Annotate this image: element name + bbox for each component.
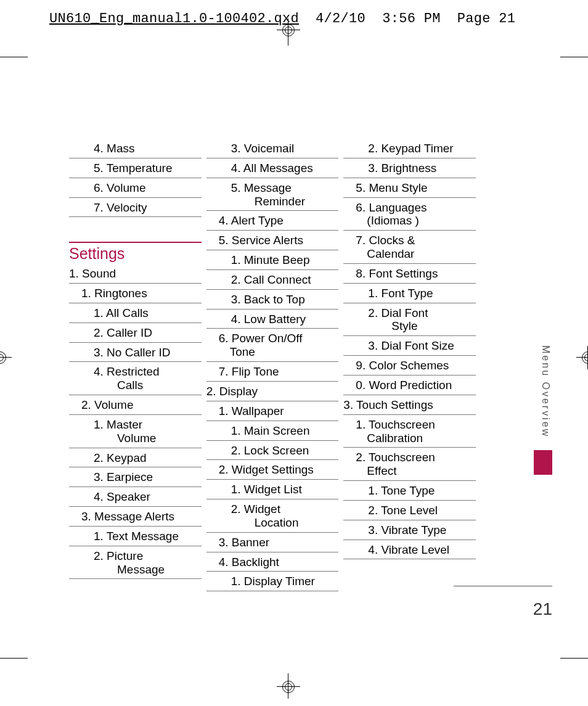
slug-time: 3:56 PM xyxy=(382,11,441,27)
menu-item: 1. MasterVolume xyxy=(69,415,202,448)
menu-item: 4. All Messages xyxy=(206,158,339,178)
registration-mark-icon xyxy=(277,18,300,42)
menu-item: 6. Power On/OffTone xyxy=(206,329,339,362)
menu-item: 4. Low Battery xyxy=(206,310,339,329)
slug-date: 4/2/10 xyxy=(316,11,365,27)
menu-item: 2. PictureMessage xyxy=(69,546,202,580)
menu-item: 2. Display xyxy=(206,382,339,401)
footer-rule xyxy=(454,586,552,586)
menu-item: 2. Volume xyxy=(69,395,202,415)
menu-item: 2. Keypad xyxy=(69,448,202,468)
menu-overview-columns: 4. Mass5. Temperature6. Volume7. Velocit… xyxy=(69,139,476,598)
menu-item: 6. Volume xyxy=(69,178,202,198)
section-side-label: Menu Overview xyxy=(540,345,551,438)
menu-item: 3. Brightness xyxy=(343,158,476,178)
menu-item: 3. Earpiece xyxy=(69,467,202,487)
slug-page-number: 21 xyxy=(499,11,515,27)
menu-item: 1. Widget List xyxy=(206,480,339,499)
menu-item: 3. Back to Top xyxy=(206,290,339,310)
slug-page-word: Page xyxy=(457,11,491,27)
crop-mark xyxy=(0,658,28,659)
menu-item: 5. Service Alerts xyxy=(206,231,339,250)
menu-item: 1. Sound xyxy=(69,264,202,284)
menu-item: 2. Call Connect xyxy=(206,270,339,290)
crop-mark xyxy=(560,658,588,659)
menu-item: 4. Mass xyxy=(69,139,202,158)
menu-item: 9. Color Schemes xyxy=(343,356,476,376)
menu-item: 5. MessageReminder xyxy=(206,178,339,211)
page-number: 21 xyxy=(533,599,552,619)
registration-mark-icon xyxy=(0,346,12,369)
menu-item: 1. All Calls xyxy=(69,303,202,323)
menu-item: 7. Velocity xyxy=(69,198,202,218)
menu-item: 1. Display Timer xyxy=(206,572,339,591)
menu-item: 5. Menu Style xyxy=(343,178,476,198)
section-tab-icon xyxy=(534,450,552,475)
menu-item: 1. Ringtones xyxy=(69,284,202,303)
menu-item: 4. Speaker xyxy=(69,487,202,507)
menu-item: 2. WidgetLocation xyxy=(206,499,339,533)
menu-item: 4. Backlight xyxy=(206,552,339,572)
menu-item: 4. RestrictedCalls xyxy=(69,362,202,395)
menu-item: 1. Tone Type xyxy=(343,481,476,501)
menu-item: 3. Touch Settings xyxy=(343,395,476,415)
menu-item: 2. Caller ID xyxy=(69,323,202,343)
menu-item: 2. Lock Screen xyxy=(206,441,339,461)
menu-item: 4. Vibrate Level xyxy=(343,540,476,560)
menu-item: 0. Word Prediction xyxy=(343,376,476,395)
menu-item: 2. Widget Settings xyxy=(206,460,339,480)
menu-item: 1. Font Type xyxy=(343,284,476,303)
menu-item: 2. Dial FontStyle xyxy=(343,303,476,337)
menu-item: 2. TouchscreenEffect xyxy=(343,448,476,481)
registration-mark-icon xyxy=(277,675,300,699)
menu-item: 2. Tone Level xyxy=(343,501,476,520)
menu-item: 1. Text Message xyxy=(69,527,202,546)
slug-filename: UN610_Eng_manual1.0-100402.qxd xyxy=(49,11,299,27)
menu-item: 1. Minute Beep xyxy=(206,250,339,270)
menu-item: 1. Wallpaper xyxy=(206,401,339,421)
menu-item: 1. TouchscreenCalibration xyxy=(343,415,476,448)
menu-item: 4. Alert Type xyxy=(206,211,339,231)
menu-item: 3. No Caller ID xyxy=(69,343,202,363)
menu-item: 3. Vibrate Type xyxy=(343,520,476,540)
menu-item: 3. Voicemail xyxy=(206,139,339,158)
menu-item: 2. Keypad Timer xyxy=(343,139,476,158)
menu-item: 7. Clocks &Calendar xyxy=(343,231,476,264)
menu-item: 6. Languages(Idiomas ) xyxy=(343,198,476,231)
menu-item: 1. Main Screen xyxy=(206,421,339,441)
registration-mark-icon xyxy=(576,346,588,369)
menu-item: 7. Flip Tone xyxy=(206,362,339,382)
menu-item: 3. Banner xyxy=(206,533,339,552)
menu-item: 5. Temperature xyxy=(69,158,202,178)
crop-mark xyxy=(560,57,588,57)
menu-item: 3. Message Alerts xyxy=(69,507,202,527)
crop-mark xyxy=(0,57,28,57)
manual-page: UN610_Eng_manual1.0-100402.qxd 4/2/10 3:… xyxy=(0,0,588,706)
settings-heading: Settings xyxy=(69,243,202,264)
menu-item: 3. Dial Font Size xyxy=(343,336,476,356)
menu-item: 8. Font Settings xyxy=(343,264,476,284)
